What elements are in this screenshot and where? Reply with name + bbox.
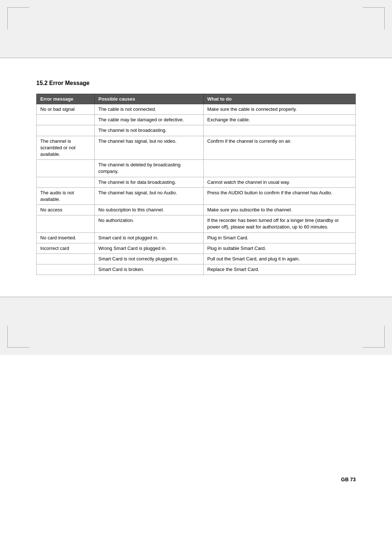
main-content: 15.2 Error Message Error message Possibl…: [0, 58, 392, 297]
table-row: The channel is for data broadcasting.Can…: [37, 177, 356, 187]
cell-what-to-do: Make sure the cable is connected properl…: [204, 104, 356, 115]
cell-error-message: [37, 254, 95, 264]
corner-mark-bottom-right: [363, 326, 385, 348]
cell-error-message: The audio is not available.: [37, 187, 95, 204]
table-row: The audio is not available.The channel h…: [37, 187, 356, 204]
cell-error-message: [37, 115, 95, 125]
cell-error-message: No card inserted.: [37, 232, 95, 243]
cell-what-to-do: Exchange the cable.: [204, 115, 356, 125]
header-what-to-do: What to do: [204, 94, 356, 104]
table-row: Incorrect cardWrong Smart Card is plugge…: [37, 243, 356, 254]
table-row: Smart Card is not correctly plugged in.P…: [37, 254, 356, 264]
cell-error-message: The channel is scrambled or not availabl…: [37, 136, 95, 160]
cell-what-to-do: Confirm if the channel is currently on a…: [204, 136, 356, 160]
cell-error-message: [37, 177, 95, 187]
cell-what-to-do: Replace the Smart Card.: [204, 264, 356, 275]
page-bottom-decoration: [0, 297, 392, 355]
page-top-decoration: [0, 0, 392, 58]
cell-error-message: No or bad signal: [37, 104, 95, 115]
cell-what-to-do: Press the AUDIO button to confirm if the…: [204, 187, 356, 204]
cell-what-to-do: Plug in Smart Card.: [204, 232, 356, 243]
cell-error-message: [37, 125, 95, 136]
cell-what-to-do: Cannot watch the channel in usual way.: [204, 177, 356, 187]
cell-possible-causes: The channel has signal, but no Audio.: [95, 187, 204, 204]
section-title: 15.2 Error Message: [36, 80, 356, 86]
cell-what-to-do: Pull out the Smart Card, and plug it in …: [204, 254, 356, 264]
cell-error-message: [37, 264, 95, 275]
cell-what-to-do: [204, 160, 356, 177]
cell-what-to-do: If the recorder has been turned off for …: [204, 215, 356, 232]
cell-possible-causes: Smart card is not plugged in.: [95, 232, 204, 243]
table-row: No or bad signalThe cable is not connect…: [37, 104, 356, 115]
table-row: No accessNo subscription to this channel…: [37, 205, 356, 215]
table-row: The channel is deleted by broadcasting c…: [37, 160, 356, 177]
cell-what-to-do: Make sure you subscribe to the channel.: [204, 205, 356, 215]
cell-error-message: [37, 160, 95, 177]
table-row: The channel is not broadcasting.: [37, 125, 356, 136]
cell-possible-causes: The channel is for data broadcasting.: [95, 177, 204, 187]
cell-what-to-do: [204, 125, 356, 136]
error-table: Error message Possible causes What to do…: [36, 94, 356, 275]
header-error-message: Error message: [37, 94, 95, 104]
cell-what-to-do: Plug in suitable Smart Card.: [204, 243, 356, 254]
table-header-row: Error message Possible causes What to do: [37, 94, 356, 104]
table-row: The cable may be damaged or defective.Ex…: [37, 115, 356, 125]
header-possible-causes: Possible causes: [95, 94, 204, 104]
cell-possible-causes: Smart Card is broken.: [95, 264, 204, 275]
cell-possible-causes: No subscription to this channel.: [95, 205, 204, 215]
cell-possible-causes: The cable may be damaged or defective.: [95, 115, 204, 125]
page-footer: GB 73: [341, 477, 356, 482]
table-row: Smart Card is broken.Replace the Smart C…: [37, 264, 356, 275]
cell-error-message: [37, 215, 95, 232]
table-row: No authorization.If the recorder has bee…: [37, 215, 356, 232]
cell-possible-causes: Smart Card is not correctly plugged in.: [95, 254, 204, 264]
table-row: The channel is scrambled or not availabl…: [37, 136, 356, 160]
cell-possible-causes: Wrong Smart Card is plugged in.: [95, 243, 204, 254]
cell-error-message: Incorrect card: [37, 243, 95, 254]
cell-possible-causes: The channel is deleted by broadcasting c…: [95, 160, 204, 177]
cell-possible-causes: The channel has signal, but no video.: [95, 136, 204, 160]
corner-mark-top-left: [7, 7, 29, 29]
cell-possible-causes: No authorization.: [95, 215, 204, 232]
cell-possible-causes: The channel is not broadcasting.: [95, 125, 204, 136]
cell-possible-causes: The cable is not connected.: [95, 104, 204, 115]
corner-mark-top-right: [363, 7, 385, 29]
corner-mark-bottom-left: [7, 326, 29, 348]
table-row: No card inserted.Smart card is not plugg…: [37, 232, 356, 243]
cell-error-message: No access: [37, 205, 95, 215]
